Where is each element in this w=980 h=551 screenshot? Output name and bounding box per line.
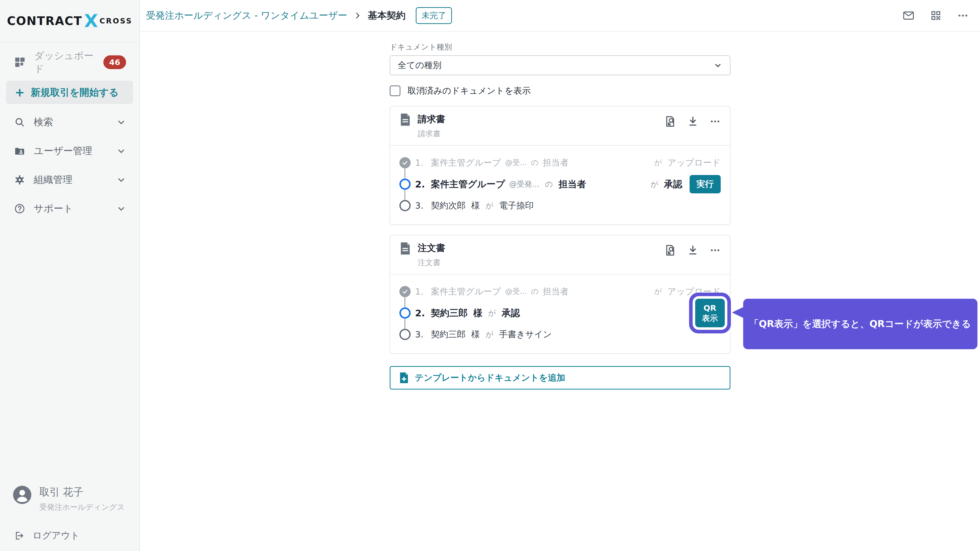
sidebar-item-org-management[interactable]: 組織管理: [0, 165, 139, 194]
card-header: 請求書 請求書: [390, 106, 730, 145]
card-header: 注文書 注文書: [390, 235, 730, 274]
chevron-down-icon: [714, 61, 722, 70]
user-meta: 取引 花子 受発注ホールディングス: [39, 485, 125, 513]
tooltip-text: 「QR表示」を選択すると、QRコードが表示できる: [749, 318, 971, 330]
show-cancelled-label: 取消済みのドキュメントを表示: [407, 85, 531, 97]
step-verb-particle: が: [486, 329, 493, 340]
mail-icon[interactable]: [902, 10, 915, 22]
chevron-down-icon: [116, 175, 126, 185]
logo-area: CONTRACT X CROSS: [0, 0, 139, 42]
document-title: 請求書: [418, 113, 445, 125]
more-options-icon[interactable]: [710, 116, 721, 127]
doc-type-selected-value: 全ての種別: [398, 59, 442, 71]
document-card-purchase-order: 注文書 注文書: [390, 235, 730, 354]
avatar: [12, 485, 32, 505]
checkbox-unchecked[interactable]: [390, 86, 401, 96]
chevron-down-icon: [116, 204, 126, 213]
qr-display-button[interactable]: QR 表示: [695, 299, 725, 327]
document-card-invoice: 請求書 請求書: [390, 106, 730, 225]
user-company: 受発注ホールディングス: [39, 502, 125, 513]
step-actor: 契約三郎: [431, 307, 468, 319]
step-active-icon: [399, 179, 410, 190]
sidebar: CONTRACT X CROSS ダッシュボード 46 + 新規取引を開始する: [0, 0, 140, 551]
step-particle: の: [531, 286, 539, 297]
step-verb: 電子捺印: [499, 200, 534, 211]
file-plus-icon: [399, 372, 409, 384]
sidebar-item-search[interactable]: 検索: [0, 108, 139, 137]
step-role: 担当者: [542, 286, 569, 297]
step-done-icon: [399, 286, 410, 297]
step-verb-particle: が: [486, 200, 493, 211]
qr-callout-tooltip: 「QR表示」を選択すると、QRコードが表示できる: [743, 299, 977, 349]
content-column: ドキュメント種別 全ての種別 取消済みのドキュメントを表示: [390, 32, 730, 389]
card-actions: [663, 244, 721, 257]
add-from-template-button[interactable]: テンプレートからドキュメントを追加: [390, 366, 730, 389]
download-icon[interactable]: [687, 116, 699, 127]
status-badge: 未完了: [416, 7, 452, 24]
execute-button[interactable]: 実行: [690, 175, 721, 193]
step-actor: 契約次郎: [431, 200, 466, 211]
workflow-step-1: 1. 案件主管グループ @受... の 担当者 が アップロード: [399, 281, 721, 302]
help-circle-icon: [14, 203, 25, 214]
logo-text-cross: CROSS: [100, 17, 132, 25]
step-verb-particle: が: [654, 158, 662, 168]
step-active-icon: [399, 307, 410, 319]
sidebar-item-label: 組織管理: [34, 173, 73, 186]
new-deal-button[interactable]: + 新規取引を開始する: [6, 81, 133, 104]
sidebar-nav: ダッシュボード 46 + 新規取引を開始する 検索: [0, 42, 139, 223]
step-role: 担当者: [558, 178, 586, 191]
sidebar-item-label: サポート: [34, 202, 73, 215]
step-verb: 手書きサイン: [499, 329, 552, 340]
qr-code-icon[interactable]: [930, 10, 942, 21]
show-cancelled-checkbox-row[interactable]: 取消済みのドキュメントを表示: [390, 85, 730, 97]
step-done-icon: [399, 157, 410, 168]
workflow-step-2: 2. 案件主管グループ @受発... の 担当者 が 承認 実行: [399, 173, 721, 195]
doc-type-select[interactable]: 全ての種別: [390, 56, 730, 75]
step-role: 担当者: [542, 157, 569, 168]
sidebar-item-support[interactable]: サポート: [0, 194, 139, 223]
step-honorific: 様: [473, 307, 483, 319]
sidebar-user-section: 取引 花子 受発注ホールディングス ログアウト: [0, 485, 139, 551]
sidebar-item-label: ダッシュボード: [34, 49, 103, 75]
step-number: 2.: [415, 308, 431, 318]
chevron-down-icon: [116, 146, 126, 156]
logo-x-mark: X: [84, 13, 98, 29]
logo-text-contract: CONTRACT: [7, 14, 82, 28]
workflow-steps: 1. 案件主管グループ @受... の 担当者 が アップロード: [390, 275, 730, 353]
user-profile[interactable]: 取引 花子 受発注ホールディングス: [12, 485, 128, 513]
sidebar-item-dashboard[interactable]: ダッシュボード 46: [0, 50, 139, 75]
step-honorific: 様: [471, 329, 480, 340]
more-options-icon[interactable]: [957, 10, 969, 21]
app-logo[interactable]: CONTRACT X CROSS: [7, 13, 132, 29]
step-verb: アップロード: [668, 157, 721, 168]
preview-document-icon[interactable]: [663, 115, 676, 128]
dashboard-icon: [14, 57, 25, 68]
doc-type-label: ドキュメント種別: [390, 42, 730, 52]
step-actor-handle: @受...: [505, 158, 527, 168]
step-number: 3.: [415, 329, 431, 340]
sidebar-item-user-management[interactable]: ユーザー管理: [0, 137, 139, 165]
header-actions: [902, 10, 969, 22]
content-area: ドキュメント種別 全ての種別 取消済みのドキュメントを表示: [140, 32, 980, 551]
step-actor-handle: @受発...: [509, 179, 539, 189]
workflow-step-1: 1. 案件主管グループ @受... の 担当者 が アップロード: [399, 152, 721, 173]
top-header: 受発注ホールディングス - ワンタイムユーザー 基本契約 未完了: [140, 0, 980, 32]
qr-button-line1: QR: [703, 303, 716, 313]
logout-button[interactable]: ログアウト: [12, 529, 128, 542]
step-verb: アップロード: [668, 286, 721, 297]
chevron-down-icon: [116, 118, 126, 127]
breadcrumb-parent-link[interactable]: 受発注ホールディングス - ワンタイムユーザー: [146, 9, 347, 22]
document-title: 注文書: [418, 242, 445, 254]
step-actor: 案件主管グループ: [431, 157, 501, 168]
download-icon[interactable]: [687, 245, 699, 256]
new-deal-label: 新規取引を開始する: [31, 86, 119, 99]
step-number: 2.: [415, 179, 431, 189]
main-area: 受発注ホールディングス - ワンタイムユーザー 基本契約 未完了: [140, 0, 980, 551]
search-icon: [14, 117, 25, 127]
step-verb-particle: が: [488, 308, 496, 318]
preview-document-icon[interactable]: [663, 244, 676, 257]
step-verb-particle: が: [654, 286, 662, 297]
more-options-icon[interactable]: [710, 245, 721, 256]
qr-button-line2: 表示: [702, 313, 718, 323]
app: CONTRACT X CROSS ダッシュボード 46 + 新規取引を開始する: [0, 0, 980, 551]
